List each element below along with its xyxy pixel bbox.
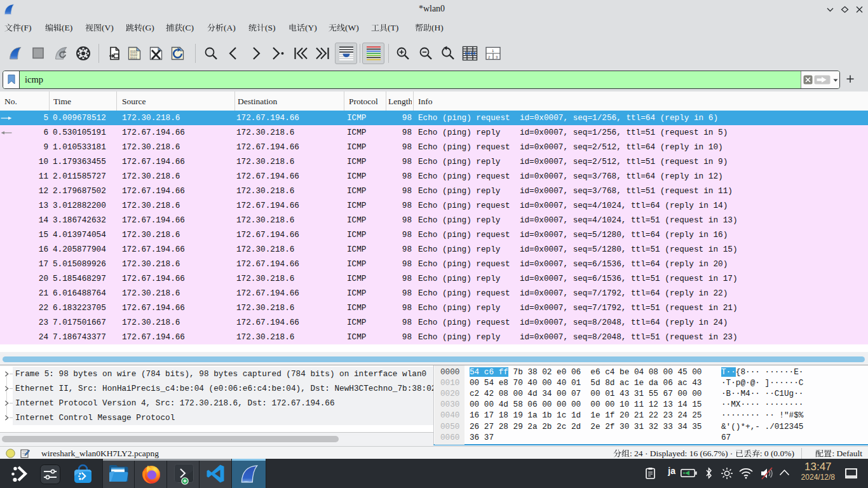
svg-text:0111: 0111 <box>130 57 137 60</box>
